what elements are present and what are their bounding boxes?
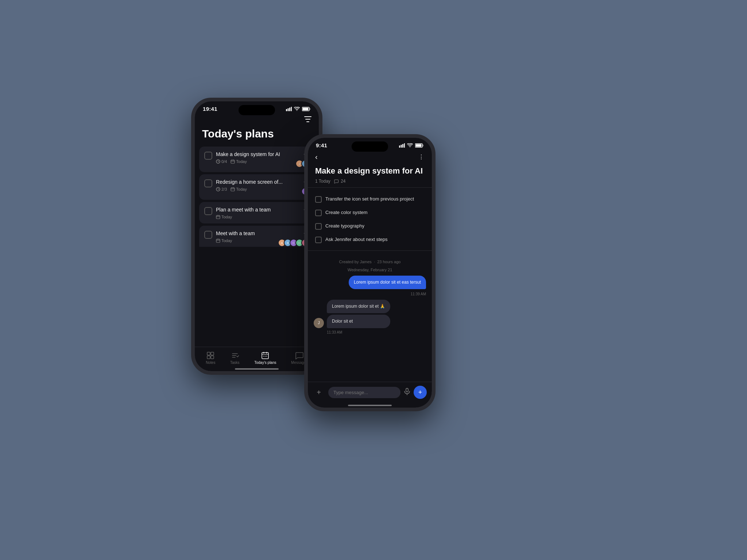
nav-notes[interactable]: Notes	[206, 351, 215, 365]
mic-button[interactable]	[404, 388, 410, 397]
detail-title: Make a design system for AI	[308, 165, 432, 178]
svg-point-22	[265, 356, 266, 357]
task-checkbox-4[interactable]	[204, 231, 212, 239]
check-text-4: Ask Jennifer about next steps	[325, 236, 388, 243]
detail-comments: 24	[334, 179, 346, 184]
right-header: ‹ ⋮	[308, 150, 432, 165]
svg-rect-8	[305, 119, 310, 120]
svg-rect-2	[289, 108, 290, 111]
msg-time-right-1: 11:39 AM	[308, 291, 432, 298]
task-meta-3: Today	[216, 215, 300, 219]
nav-notes-label: Notes	[206, 361, 215, 365]
checklist: Transfer the icon set from previous proj…	[308, 191, 432, 248]
svg-rect-15	[216, 239, 220, 242]
svg-rect-6	[303, 108, 309, 110]
svg-rect-3	[291, 107, 292, 111]
detail-menu[interactable]: ⋮	[418, 153, 425, 160]
send-button[interactable]: +	[414, 386, 427, 399]
svg-rect-29	[423, 144, 424, 146]
svg-rect-13	[231, 188, 235, 191]
check-box-4[interactable]	[315, 237, 322, 243]
task-content-4: Meet with a team Today	[216, 230, 274, 243]
task-title-3: Plan a meet with a team	[216, 206, 300, 213]
wifi-icon-r	[407, 143, 413, 148]
check-box-3[interactable]	[315, 223, 322, 230]
task-content-3: Plan a meet with a team Today	[216, 206, 300, 219]
check-item-4[interactable]: Ask Jennifer about next steps	[315, 233, 425, 246]
task-date-4: Today	[216, 238, 232, 243]
message-input[interactable]	[328, 387, 400, 398]
svg-rect-9	[306, 121, 309, 122]
home-indicator-right	[348, 405, 392, 406]
tasks-icon	[231, 351, 239, 359]
divider-middle	[308, 250, 432, 251]
nav-tasks[interactable]: Tasks	[230, 351, 240, 365]
svg-point-21	[263, 356, 264, 357]
check-item-3[interactable]: Create typography	[315, 220, 425, 233]
svg-rect-31	[406, 388, 408, 392]
task-meta-2: 2/3 Today	[216, 187, 298, 191]
task-card-1[interactable]: Make a design system for AI 0/4 Today	[199, 147, 314, 172]
svg-rect-18	[207, 356, 210, 359]
detail-date: 1 Today	[315, 179, 330, 184]
check-text-1: Transfer the icon set from previous proj…	[325, 196, 414, 202]
msg-bubble-right-1: Lorem ipsum dolor sit et eas tersut	[308, 273, 432, 291]
check-item-1[interactable]: Transfer the icon set from previous proj…	[315, 193, 425, 206]
phone-left: 19:41	[191, 98, 322, 375]
calendar-icon	[261, 351, 269, 359]
tasks-list: Make a design system for AI 0/4 Today	[195, 147, 319, 247]
task-meta-4: Today	[216, 238, 274, 243]
check-box-1[interactable]	[315, 196, 322, 203]
filter-icon[interactable]	[304, 116, 311, 124]
signal-icon	[286, 107, 292, 111]
comment-icon	[334, 179, 338, 184]
svg-rect-16	[207, 352, 210, 355]
nav-plans-label: Today's plans	[254, 361, 276, 365]
check-item-2[interactable]: Create color system	[315, 206, 425, 219]
svg-rect-7	[304, 116, 311, 117]
svg-rect-5	[310, 108, 311, 110]
status-time-left: 19:41	[203, 106, 217, 112]
task-content-2: Redesign a home screen of... 2/3 Today	[216, 179, 298, 191]
task-card-3[interactable]: Plan a meet with a team Today ···	[199, 202, 314, 223]
task-card-4[interactable]: Meet with a team Today ··· A B	[199, 226, 314, 246]
bottom-nav: Notes Tasks	[195, 347, 319, 366]
messages-icon	[295, 351, 303, 359]
svg-rect-19	[211, 356, 214, 359]
back-button[interactable]: ‹	[315, 153, 318, 161]
task-checkbox-1[interactable]	[204, 152, 212, 160]
mic-icon	[404, 388, 410, 395]
svg-rect-14	[216, 215, 220, 219]
nav-tasks-label: Tasks	[230, 361, 240, 365]
signal-icon-r	[399, 143, 405, 148]
task-title-4: Meet with a team	[216, 230, 274, 237]
check-text-3: Create typography	[325, 223, 364, 229]
task-date-3: Today	[216, 215, 232, 219]
msg-date: Wednesday, February 21	[308, 266, 432, 273]
task-progress-2: 2/3	[216, 187, 227, 191]
check-box-2[interactable]	[315, 210, 322, 216]
task-card-2[interactable]: Redesign a home screen of... 2/3 Today	[199, 174, 314, 200]
dynamic-island-right	[352, 141, 388, 152]
status-icons-right	[399, 143, 424, 148]
wifi-icon	[294, 107, 300, 111]
msg-created: Created by James · 23 hours ago	[308, 257, 432, 266]
svg-point-23	[266, 356, 267, 357]
msg-bubbles-left: Lorem ipsum dolor sit et 🙏 Dolor sit et	[327, 300, 390, 328]
messages-section: Created by James · 23 hours ago Wednesda…	[308, 254, 432, 382]
bubble-content-right-1: Lorem ipsum dolor sit et eas tersut	[349, 276, 426, 289]
detail-subtitle: 1 Today 24	[308, 178, 432, 187]
svg-rect-26	[402, 144, 403, 148]
msg-bubble-left-group: J Lorem ipsum dolor sit et 🙏 Dolor sit e…	[308, 298, 432, 330]
svg-rect-27	[404, 143, 405, 148]
task-checkbox-3[interactable]	[204, 207, 212, 215]
nav-todays-plans[interactable]: Today's plans	[254, 351, 276, 365]
home-indicator-left	[235, 368, 279, 370]
task-checkbox-2[interactable]	[204, 179, 212, 187]
phone-right: 9:41	[304, 134, 436, 411]
task-date-2: Today	[231, 187, 247, 191]
task-date-1: Today	[231, 159, 247, 164]
attach-button[interactable]: +	[313, 386, 325, 398]
msg-avatar: J	[314, 318, 324, 328]
notes-icon	[206, 351, 214, 359]
